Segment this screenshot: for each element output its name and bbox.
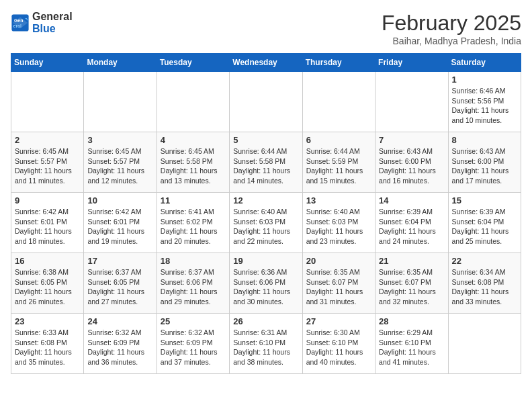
day-number: 1 bbox=[452, 75, 517, 85]
day-info: Sunrise: 6:37 AM Sunset: 6:05 PM Dayligh… bbox=[87, 267, 152, 307]
day-number: 9 bbox=[15, 195, 80, 205]
weekday-header-thursday: Thursday bbox=[302, 54, 375, 72]
weekday-header-saturday: Saturday bbox=[448, 54, 521, 72]
day-info: Sunrise: 6:31 AM Sunset: 6:10 PM Dayligh… bbox=[233, 328, 298, 367]
day-number: 18 bbox=[161, 256, 226, 266]
logo: Gen eral General Blue bbox=[11, 11, 73, 34]
logo-blue: Blue bbox=[32, 23, 73, 35]
calendar-cell bbox=[375, 72, 448, 132]
calendar-cell: 16Sunrise: 6:38 AM Sunset: 6:05 PM Dayli… bbox=[11, 253, 84, 314]
calendar-week-3: 9Sunrise: 6:42 AM Sunset: 6:01 PM Daylig… bbox=[11, 193, 521, 253]
day-info: Sunrise: 6:45 AM Sunset: 5:57 PM Dayligh… bbox=[87, 146, 152, 186]
calendar-week-2: 2Sunrise: 6:45 AM Sunset: 5:57 PM Daylig… bbox=[11, 132, 521, 193]
day-number: 17 bbox=[87, 256, 152, 266]
calendar-cell: 17Sunrise: 6:37 AM Sunset: 6:05 PM Dayli… bbox=[84, 253, 157, 314]
title-block: February 2025 Baihar, Madhya Pradesh, In… bbox=[382, 11, 521, 46]
calendar-cell bbox=[11, 72, 84, 132]
day-info: Sunrise: 6:36 AM Sunset: 6:06 PM Dayligh… bbox=[233, 267, 298, 307]
weekday-header-wednesday: Wednesday bbox=[230, 54, 302, 72]
day-info: Sunrise: 6:35 AM Sunset: 6:07 PM Dayligh… bbox=[379, 267, 444, 307]
svg-text:Gen: Gen bbox=[14, 17, 24, 22]
page-header: Gen eral General Blue February 2025 Baih… bbox=[11, 11, 521, 46]
day-number: 5 bbox=[233, 135, 298, 145]
calendar-body: 1Sunrise: 6:46 AM Sunset: 5:56 PM Daylig… bbox=[11, 72, 521, 374]
calendar-cell: 4Sunrise: 6:45 AM Sunset: 5:58 PM Daylig… bbox=[157, 132, 229, 193]
day-info: Sunrise: 6:43 AM Sunset: 6:00 PM Dayligh… bbox=[452, 146, 517, 186]
calendar-cell bbox=[84, 72, 157, 132]
weekday-header-monday: Monday bbox=[84, 54, 157, 72]
day-number: 25 bbox=[161, 316, 226, 326]
day-number: 3 bbox=[87, 135, 152, 145]
day-number: 11 bbox=[161, 195, 226, 205]
day-number: 4 bbox=[161, 135, 226, 145]
day-number: 23 bbox=[15, 316, 80, 326]
day-number: 14 bbox=[379, 195, 444, 205]
svg-text:eral: eral bbox=[13, 24, 22, 28]
day-number: 24 bbox=[87, 316, 152, 326]
calendar-cell: 6Sunrise: 6:44 AM Sunset: 5:59 PM Daylig… bbox=[302, 132, 375, 193]
calendar-cell: 22Sunrise: 6:34 AM Sunset: 6:08 PM Dayli… bbox=[448, 253, 521, 314]
day-info: Sunrise: 6:41 AM Sunset: 6:02 PM Dayligh… bbox=[161, 207, 226, 246]
weekday-row: SundayMondayTuesdayWednesdayThursdayFrid… bbox=[11, 54, 521, 72]
calendar-week-1: 1Sunrise: 6:46 AM Sunset: 5:56 PM Daylig… bbox=[11, 72, 521, 132]
day-info: Sunrise: 6:43 AM Sunset: 6:00 PM Dayligh… bbox=[379, 146, 444, 186]
day-info: Sunrise: 6:32 AM Sunset: 6:09 PM Dayligh… bbox=[161, 328, 226, 367]
weekday-header-friday: Friday bbox=[375, 54, 448, 72]
calendar-cell: 24Sunrise: 6:32 AM Sunset: 6:09 PM Dayli… bbox=[84, 314, 157, 374]
day-number: 21 bbox=[379, 256, 444, 266]
logo-text-block: General Blue bbox=[32, 11, 73, 34]
day-number: 26 bbox=[233, 316, 298, 326]
day-number: 27 bbox=[306, 316, 371, 326]
day-number: 20 bbox=[306, 256, 371, 266]
calendar-cell: 28Sunrise: 6:29 AM Sunset: 6:10 PM Dayli… bbox=[375, 314, 448, 374]
day-info: Sunrise: 6:33 AM Sunset: 6:08 PM Dayligh… bbox=[15, 328, 80, 367]
calendar-header: SundayMondayTuesdayWednesdayThursdayFrid… bbox=[11, 54, 521, 72]
calendar-cell: 14Sunrise: 6:39 AM Sunset: 6:04 PM Dayli… bbox=[375, 193, 448, 253]
calendar-table: SundayMondayTuesdayWednesdayThursdayFrid… bbox=[11, 53, 521, 374]
location-subtitle: Baihar, Madhya Pradesh, India bbox=[382, 36, 521, 46]
calendar-cell: 12Sunrise: 6:40 AM Sunset: 6:03 PM Dayli… bbox=[230, 193, 302, 253]
day-info: Sunrise: 6:44 AM Sunset: 5:58 PM Dayligh… bbox=[233, 146, 298, 186]
weekday-header-sunday: Sunday bbox=[11, 54, 84, 72]
calendar-cell: 13Sunrise: 6:40 AM Sunset: 6:03 PM Dayli… bbox=[302, 193, 375, 253]
calendar-cell bbox=[448, 314, 521, 374]
day-info: Sunrise: 6:42 AM Sunset: 6:01 PM Dayligh… bbox=[87, 207, 152, 246]
day-number: 7 bbox=[379, 135, 444, 145]
logo-general: General bbox=[32, 11, 73, 23]
calendar-cell: 7Sunrise: 6:43 AM Sunset: 6:00 PM Daylig… bbox=[375, 132, 448, 193]
calendar-cell: 25Sunrise: 6:32 AM Sunset: 6:09 PM Dayli… bbox=[157, 314, 229, 374]
day-info: Sunrise: 6:30 AM Sunset: 6:10 PM Dayligh… bbox=[306, 328, 371, 367]
calendar-cell: 9Sunrise: 6:42 AM Sunset: 6:01 PM Daylig… bbox=[11, 193, 84, 253]
logo-icon: Gen eral bbox=[11, 13, 30, 32]
calendar-cell: 27Sunrise: 6:30 AM Sunset: 6:10 PM Dayli… bbox=[302, 314, 375, 374]
calendar-week-4: 16Sunrise: 6:38 AM Sunset: 6:05 PM Dayli… bbox=[11, 253, 521, 314]
calendar-week-5: 23Sunrise: 6:33 AM Sunset: 6:08 PM Dayli… bbox=[11, 314, 521, 374]
weekday-header-tuesday: Tuesday bbox=[157, 54, 229, 72]
day-number: 28 bbox=[379, 316, 444, 326]
day-info: Sunrise: 6:32 AM Sunset: 6:09 PM Dayligh… bbox=[87, 328, 152, 367]
calendar-cell: 19Sunrise: 6:36 AM Sunset: 6:06 PM Dayli… bbox=[230, 253, 302, 314]
day-number: 19 bbox=[233, 256, 298, 266]
day-number: 8 bbox=[452, 135, 517, 145]
day-info: Sunrise: 6:42 AM Sunset: 6:01 PM Dayligh… bbox=[15, 207, 80, 246]
calendar-cell: 18Sunrise: 6:37 AM Sunset: 6:06 PM Dayli… bbox=[157, 253, 229, 314]
day-info: Sunrise: 6:39 AM Sunset: 6:04 PM Dayligh… bbox=[379, 207, 444, 246]
calendar-cell bbox=[157, 72, 229, 132]
day-number: 16 bbox=[15, 256, 80, 266]
day-number: 15 bbox=[452, 195, 517, 205]
day-number: 22 bbox=[452, 256, 517, 266]
calendar-cell: 23Sunrise: 6:33 AM Sunset: 6:08 PM Dayli… bbox=[11, 314, 84, 374]
day-info: Sunrise: 6:45 AM Sunset: 5:57 PM Dayligh… bbox=[15, 146, 80, 186]
day-info: Sunrise: 6:38 AM Sunset: 6:05 PM Dayligh… bbox=[15, 267, 80, 307]
day-info: Sunrise: 6:35 AM Sunset: 6:07 PM Dayligh… bbox=[306, 267, 371, 307]
day-number: 6 bbox=[306, 135, 371, 145]
day-number: 2 bbox=[15, 135, 80, 145]
calendar-cell: 26Sunrise: 6:31 AM Sunset: 6:10 PM Dayli… bbox=[230, 314, 302, 374]
calendar-cell: 20Sunrise: 6:35 AM Sunset: 6:07 PM Dayli… bbox=[302, 253, 375, 314]
calendar-cell: 11Sunrise: 6:41 AM Sunset: 6:02 PM Dayli… bbox=[157, 193, 229, 253]
day-number: 12 bbox=[233, 195, 298, 205]
month-title: February 2025 bbox=[382, 11, 521, 36]
calendar-cell: 5Sunrise: 6:44 AM Sunset: 5:58 PM Daylig… bbox=[230, 132, 302, 193]
day-info: Sunrise: 6:37 AM Sunset: 6:06 PM Dayligh… bbox=[161, 267, 226, 307]
day-number: 13 bbox=[306, 195, 371, 205]
